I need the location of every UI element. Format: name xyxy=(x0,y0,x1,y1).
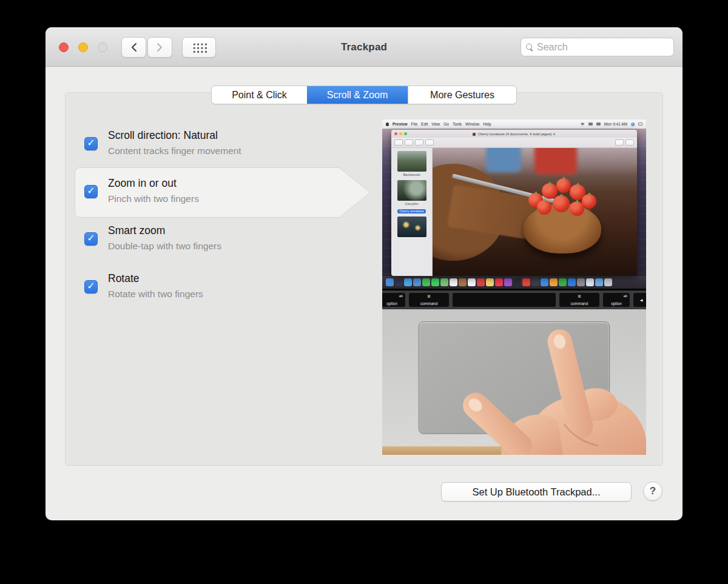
document-icon xyxy=(473,133,476,136)
setting-title: Rotate xyxy=(108,271,203,286)
siri-icon xyxy=(631,123,635,126)
checkmark-icon: ✓ xyxy=(87,186,95,196)
search-input[interactable] xyxy=(537,42,669,53)
dock-app-icon xyxy=(495,278,503,286)
caret-down-icon: ∨ xyxy=(553,132,555,136)
setting-title: Scroll direction: Natural xyxy=(108,128,241,143)
thumbnail-cherry-tomatoes: Cherry tomatoes xyxy=(397,209,426,213)
demo-traffic-lights xyxy=(394,132,407,135)
setting-subtitle: Rotate with two fingers xyxy=(108,288,203,300)
dock-app-icon xyxy=(550,278,558,286)
demo-menu-go: Go xyxy=(443,122,449,126)
demo-photo-cherry-tomatoes xyxy=(433,148,637,276)
help-button[interactable]: ? xyxy=(643,482,662,501)
dock-app-icon xyxy=(404,278,412,286)
setting-subtitle: Pinch with two fingers xyxy=(108,193,199,205)
command-key-left: ⌘ command xyxy=(409,293,449,307)
tab-bar: Point & Click Scroll & Zoom More Gesture… xyxy=(211,86,517,104)
dock-app-icon xyxy=(504,278,512,286)
key-label: alt xyxy=(399,294,403,298)
demo-laptop-body xyxy=(382,309,646,446)
tab-more-gestures[interactable]: More Gestures xyxy=(408,86,516,104)
zoom-out-icon xyxy=(405,139,413,146)
dock-app-icon xyxy=(422,278,430,286)
red-mug xyxy=(534,148,577,175)
left-arrow-key: ◀ xyxy=(633,293,646,307)
dock-app-icon xyxy=(531,278,539,286)
key-label: alt xyxy=(624,294,627,298)
gesture-demo-video: Preview File Edit View Go Tools Window H… xyxy=(382,119,646,455)
checkbox-smart-zoom[interactable]: ✓ xyxy=(84,232,98,246)
zoom-in-icon xyxy=(415,139,423,146)
option-key-right: alt option xyxy=(603,293,630,307)
markup-icon xyxy=(615,139,624,146)
thumbnail-lanterns xyxy=(397,216,426,237)
dock-app-icon xyxy=(586,278,594,286)
setting-smart-zoom: ✓ Smart zoom Double-tap with two fingers xyxy=(84,223,221,252)
demo-menu-bar: Preview File Edit View Go Tools Window H… xyxy=(382,119,646,129)
checkbox-zoom-in-or-out[interactable]: ✓ xyxy=(84,185,98,198)
demo-menu-help: Help xyxy=(483,122,491,126)
command-key-right: ⌘ command xyxy=(559,293,599,307)
setting-title: Smart zoom xyxy=(108,223,221,238)
window-titlebar: Trackpad xyxy=(46,27,682,67)
dock-app-icon xyxy=(395,278,403,286)
demo-preview-sidebar: Backwoods Campfire Cherry tomatoes xyxy=(391,148,433,276)
dock-app-icon xyxy=(431,278,439,286)
setting-title: Zoom in or out xyxy=(108,176,199,190)
checkbox-rotate[interactable]: ✓ xyxy=(84,280,98,294)
demo-menu-window: Window xyxy=(465,122,479,126)
tab-point-and-click[interactable]: Point & Click xyxy=(212,86,307,104)
setting-subtitle: Content tracks finger movement xyxy=(108,145,241,157)
dock-app-icon xyxy=(440,278,448,286)
key-label: option xyxy=(603,301,630,306)
demo-menu-file: File xyxy=(411,122,417,126)
set-up-bluetooth-trackpad-button[interactable]: Set Up Bluetooth Trackpad... xyxy=(441,482,632,502)
demo-trackpad xyxy=(419,321,610,434)
command-icon: ⌘ xyxy=(409,294,449,298)
setting-scroll-direction: ✓ Scroll direction: Natural Content trac… xyxy=(84,128,241,157)
search-field[interactable] xyxy=(521,38,674,56)
thumbnail-image xyxy=(397,216,426,237)
dock-app-icon xyxy=(450,278,457,286)
demo-menu-edit: Edit xyxy=(421,122,428,126)
command-icon: ⌘ xyxy=(559,294,599,298)
dock-app-icon xyxy=(413,278,421,286)
control-center-icon xyxy=(638,123,642,126)
thumbnail-campfire: Campfire xyxy=(397,180,426,206)
setting-rotate: ✓ Rotate Rotate with two fingers xyxy=(84,271,203,300)
wifi-icon xyxy=(581,123,585,126)
dock-app-icon xyxy=(541,278,548,286)
demo-preview-titlebar: Cherry tomatoes (4 documents, 4 total pa… xyxy=(391,130,637,138)
checkmark-icon: ✓ xyxy=(87,233,95,243)
thumbnail-image xyxy=(397,151,426,172)
apple-icon xyxy=(386,123,389,126)
dock-app-icon xyxy=(559,278,567,286)
demo-desktop: Cherry tomatoes (4 documents, 4 total pa… xyxy=(382,129,646,276)
share-icon xyxy=(425,139,434,146)
thumbnail-label: Campfire xyxy=(405,202,418,206)
demo-wooden-desk xyxy=(382,446,646,455)
demo-menu-tools: Tools xyxy=(453,122,462,126)
demo-keyboard-row: alt option ⌘ command ⌘ command alt optio… xyxy=(382,289,646,309)
tab-scroll-and-zoom[interactable]: Scroll & Zoom xyxy=(307,86,408,104)
dock-app-icon xyxy=(386,278,394,286)
checkmark-icon: ✓ xyxy=(87,138,95,148)
sidebar-toggle-icon xyxy=(394,139,403,146)
dock-app-icon xyxy=(513,278,521,286)
checkbox-scroll-direction[interactable]: ✓ xyxy=(84,137,98,150)
dock-app-icon xyxy=(522,278,530,286)
dock-app-icon xyxy=(595,278,603,286)
battery-icon xyxy=(596,123,601,126)
display-icon xyxy=(588,123,593,126)
screen-background: Trackpad Point & Click Scroll & Zoom Mor… xyxy=(0,0,728,584)
key-label: command xyxy=(409,301,449,306)
thumbnail-label: Cherry tomatoes xyxy=(397,209,426,213)
demo-preview-toolbar xyxy=(391,138,637,148)
demo-preview-title: Cherry tomatoes (4 documents, 4 total pa… xyxy=(477,132,551,136)
dock-app-icon xyxy=(477,278,485,286)
dock-app-icon xyxy=(459,278,467,286)
key-label: command xyxy=(559,301,599,306)
demo-clock: Mon 9:41 AM xyxy=(604,122,627,126)
trackpad-preferences-window: Trackpad Point & Click Scroll & Zoom Mor… xyxy=(46,27,682,520)
